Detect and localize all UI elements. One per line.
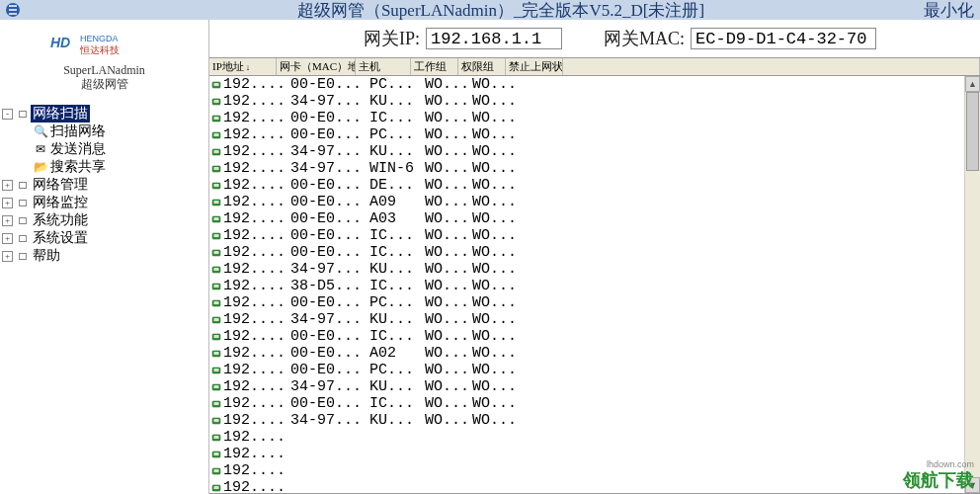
tree-item[interactable]: +□帮助 [2, 247, 206, 265]
host-icon [209, 181, 223, 191]
table-row[interactable]: 192....00-E0...IC...WO...WO... [209, 244, 964, 261]
host-icon [209, 231, 223, 241]
tree-child-icon: 🔍 [33, 124, 48, 139]
table-row[interactable]: 192....00-E0...IC...WO...WO... [209, 227, 964, 244]
tree-toggle-icon[interactable]: - [2, 109, 13, 120]
app-subtitle: SuperLANadmin 超级网管 [0, 63, 208, 91]
host-icon [209, 282, 223, 291]
cell-group: WO... [472, 278, 520, 294]
host-icon [209, 248, 223, 258]
cell-ip: 192.... [223, 160, 290, 177]
cell-host: PC... [369, 294, 425, 311]
table-row[interactable]: 192....34-97...WIN-6WO...WO... [209, 160, 964, 177]
cell-workgroup: WO... [425, 194, 472, 210]
col-workgroup-header[interactable]: 工作组 [411, 58, 458, 75]
tree-child-item[interactable]: 🔍扫描网络 [2, 123, 206, 140]
cell-group: WO... [472, 244, 520, 261]
host-table: IP地址↓ 网卡（MAC）地址 主机 工作组 权限组 禁止上网状态 192...… [209, 57, 980, 494]
cell-host: DE... [369, 177, 425, 194]
col-netstat-header[interactable]: 禁止上网状态 [506, 58, 563, 75]
cell-ip: 192.... [223, 177, 290, 194]
table-row[interactable]: 192....34-97...KU...WO...WO... [209, 412, 964, 429]
tree-toggle-icon[interactable]: + [2, 198, 13, 208]
cell-mac: 34-97... [290, 93, 369, 110]
tree-toggle-icon[interactable]: + [2, 180, 13, 191]
tree-item[interactable]: +□系统设置 [2, 229, 206, 247]
cell-ip: 192.... [223, 345, 290, 362]
cell-mac: 38-D5... [290, 278, 369, 294]
tree-child-label: 扫描网络 [48, 123, 108, 140]
table-row[interactable]: 192....00-E0...PC...WO...WO... [209, 294, 964, 311]
table-row[interactable]: 192....00-E0...PC...WO...WO... [209, 126, 964, 143]
tree-toggle-icon[interactable]: + [2, 233, 13, 244]
cell-mac: 00-E0... [290, 194, 369, 210]
col-mac-header[interactable]: 网卡（MAC）地址 [277, 58, 356, 75]
host-icon [209, 416, 223, 426]
tree-toggle-icon[interactable]: + [2, 215, 13, 226]
minimize-button[interactable]: 最小化 [924, 0, 974, 22]
cell-host: PC... [369, 76, 425, 93]
cell-ip: 192.... [223, 244, 290, 261]
cell-host: KU... [369, 378, 425, 395]
table-row[interactable]: 192....00-E0...A09WO...WO... [209, 194, 964, 210]
cell-ip: 192.... [223, 194, 290, 210]
tree-item[interactable]: +□网络管理 [2, 176, 206, 194]
cell-ip: 192.... [223, 446, 290, 462]
scroll-up-button[interactable]: ▲ [965, 76, 980, 92]
table-row[interactable]: 192....00-E0...A03WO...WO... [209, 210, 964, 227]
cell-workgroup: WO... [425, 362, 472, 378]
tree-item[interactable]: -□网络扫描 [2, 105, 206, 123]
gateway-mac-input[interactable] [691, 28, 876, 49]
svg-rect-5 [214, 100, 219, 103]
table-row[interactable]: 192....00-E0...PC...WO...WO... [209, 76, 964, 93]
cell-host: IC... [369, 227, 425, 244]
svg-rect-17 [214, 201, 219, 204]
cell-group: WO... [472, 160, 520, 177]
col-ip-header[interactable]: IP地址↓ [209, 58, 277, 75]
tree-toggle-icon[interactable]: + [2, 251, 13, 262]
svg-rect-19 [214, 217, 219, 220]
host-icon [209, 198, 223, 207]
table-row[interactable]: 192....00-E0...DE...WO...WO... [209, 177, 964, 194]
tree-item[interactable]: +□系统功能 [2, 211, 206, 229]
table-row[interactable]: 192....00-E0...IC...WO...WO... [209, 328, 964, 345]
table-row[interactable]: 192....34-97...KU...WO...WO... [209, 93, 964, 110]
gateway-ip-input[interactable] [426, 28, 562, 49]
table-row[interactable]: 192....34-97...KU...WO...WO... [209, 261, 964, 278]
table-row[interactable]: 192....38-D5...IC...WO...WO... [209, 278, 964, 294]
table-row[interactable]: 192.... [209, 462, 964, 479]
tree-child-item[interactable]: ✉发送消息 [2, 140, 206, 158]
scroll-thumb[interactable] [966, 92, 979, 171]
app-icon [4, 1, 22, 19]
col-host-header[interactable]: 主机 [356, 58, 411, 75]
cell-group: WO... [472, 194, 520, 210]
host-icon [209, 399, 223, 409]
host-icon [209, 483, 223, 493]
table-row[interactable]: 192....34-97...KU...WO...WO... [209, 143, 964, 160]
table-row[interactable]: 192.... [209, 429, 964, 446]
vertical-scrollbar[interactable]: ▲ ▼ [964, 76, 980, 493]
table-row[interactable]: 192....00-E0...A02WO...WO... [209, 345, 964, 362]
cell-workgroup: WO... [425, 345, 472, 362]
table-row[interactable]: 192....00-E0...IC...WO...WO... [209, 110, 964, 126]
table-row[interactable]: 192....34-97...KU...WO...WO... [209, 311, 964, 328]
col-group-header[interactable]: 权限组 [458, 58, 506, 75]
tree-item[interactable]: +□网络监控 [2, 194, 206, 211]
folder-icon: □ [15, 196, 31, 210]
tree-child-item[interactable]: 📂搜索共享 [2, 158, 206, 176]
cell-workgroup: WO... [425, 126, 472, 143]
cell-workgroup: WO... [425, 227, 472, 244]
cell-host: IC... [369, 110, 425, 126]
svg-rect-9 [214, 133, 219, 136]
cell-mac: 00-E0... [290, 177, 369, 194]
cell-ip: 192.... [223, 76, 290, 93]
svg-rect-7 [214, 117, 219, 120]
table-row[interactable]: 192....34-97...KU...WO...WO... [209, 378, 964, 395]
table-row[interactable]: 192.... [209, 446, 964, 462]
table-row[interactable]: 192.... [209, 479, 964, 493]
table-row[interactable]: 192....00-E0...IC...WO...WO... [209, 395, 964, 412]
host-icon [209, 298, 223, 308]
table-body: 192....00-E0...PC...WO...WO...192....34-… [209, 76, 964, 493]
tree-label: 帮助 [31, 247, 62, 265]
table-row[interactable]: 192....00-E0...PC...WO...WO... [209, 362, 964, 378]
